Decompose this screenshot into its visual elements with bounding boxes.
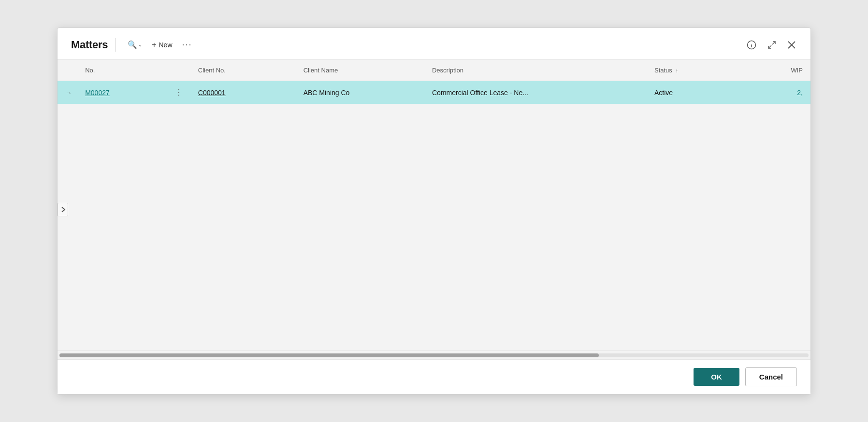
chevron-down-icon: ⌄ — [138, 42, 142, 47]
svg-text:i: i — [751, 42, 752, 48]
info-button[interactable]: i — [744, 37, 759, 53]
close-button[interactable] — [784, 38, 799, 52]
new-button[interactable]: + New — [148, 38, 176, 52]
header-actions: 🔍 ⌄ + New ··· — [124, 37, 196, 53]
col-menu-spacer — [171, 60, 190, 81]
dialog-content: No. Client No. Client Name Description — [58, 60, 810, 359]
scrollbar-thumb[interactable] — [59, 353, 599, 357]
search-icon-wrap: 🔍 ⌄ — [128, 40, 142, 49]
close-icon — [787, 41, 796, 49]
left-nav-arrow[interactable] — [58, 203, 68, 216]
col-arrow-spacer — [58, 60, 77, 81]
cell-client-name: ABC Mining Co — [296, 81, 424, 104]
search-button[interactable]: 🔍 ⌄ — [124, 37, 146, 52]
cell-row-menu[interactable]: ⋮ — [171, 81, 190, 104]
row-arrow: → — [58, 81, 77, 104]
more-button[interactable]: ··· — [178, 37, 196, 53]
col-header-description: Description — [424, 60, 647, 81]
cell-status: Active — [647, 81, 752, 104]
table-row[interactable]: → M00027 ⋮ C000001 ABC Mining Co — [58, 81, 810, 104]
header-divider — [116, 38, 116, 52]
header-row: No. Client No. Client Name Description — [58, 60, 810, 81]
cell-client-no[interactable]: C000001 — [190, 81, 296, 104]
expand-button[interactable] — [764, 37, 780, 53]
dialog-header: Matters 🔍 ⌄ + New ··· — [58, 28, 810, 60]
ok-button[interactable]: OK — [694, 368, 739, 386]
svg-line-3 — [768, 45, 771, 48]
dialog: Matters 🔍 ⌄ + New ··· — [57, 28, 811, 394]
nav-arrow-icon — [60, 206, 66, 213]
matters-table: No. Client No. Client Name Description — [58, 60, 810, 104]
scrollbar-track[interactable] — [59, 353, 809, 357]
search-icon: 🔍 — [128, 40, 137, 49]
expand-icon — [767, 40, 777, 50]
sort-arrow-icon: ↑ — [675, 68, 678, 73]
cancel-button[interactable]: Cancel — [745, 367, 797, 386]
dialog-title: Matters — [71, 39, 108, 51]
plus-icon: + — [152, 41, 156, 49]
ellipsis-icon: ··· — [182, 40, 192, 50]
cell-description: Commercial Office Lease - Ne... — [424, 81, 647, 104]
col-header-client-no: Client No. — [190, 60, 296, 81]
col-header-no: No. — [77, 60, 171, 81]
col-header-client-name: Client Name — [296, 60, 424, 81]
table-header: No. Client No. Client Name Description — [58, 60, 810, 81]
header-right: i — [744, 37, 799, 53]
info-icon: i — [747, 40, 756, 50]
new-button-label: New — [159, 41, 173, 49]
dialog-footer: OK Cancel — [58, 359, 810, 394]
horizontal-scrollbar[interactable] — [58, 351, 810, 359]
col-header-status[interactable]: Status ↑ — [647, 60, 752, 81]
table-body: → M00027 ⋮ C000001 ABC Mining Co — [58, 81, 810, 104]
cell-no[interactable]: M00027 — [77, 81, 171, 104]
col-header-wip: WIP — [752, 60, 810, 81]
overlay: Matters 🔍 ⌄ + New ··· — [0, 0, 868, 422]
table-container: No. Client No. Client Name Description — [58, 60, 810, 351]
svg-line-2 — [772, 42, 775, 44]
cell-wip: 2, — [752, 81, 810, 104]
matter-link[interactable]: M00027 — [85, 89, 110, 97]
client-no-link[interactable]: C000001 — [198, 89, 226, 97]
